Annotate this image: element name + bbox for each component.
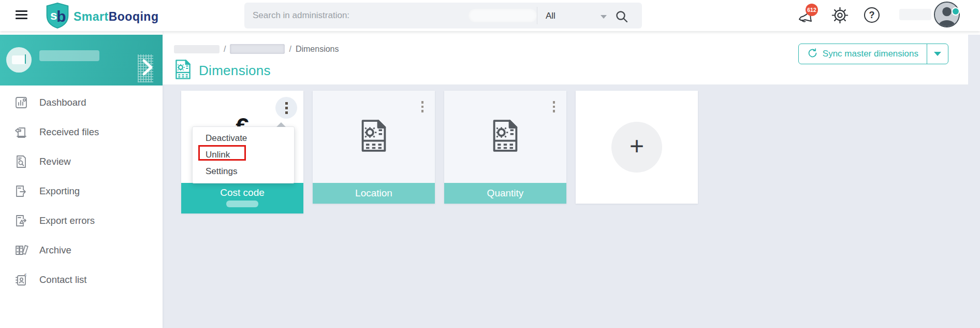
- add-circle[interactable]: +: [611, 122, 662, 173]
- card-context-menu: Deactivate Unlink Settings: [192, 126, 295, 183]
- card-menu-button[interactable]: [421, 101, 424, 112]
- received-files-icon: [13, 124, 29, 140]
- dimensions-document-icon: [174, 60, 192, 81]
- redacted-username: [899, 9, 931, 20]
- card-footer: Location: [313, 183, 435, 204]
- menu-item-settings[interactable]: Settings: [193, 163, 294, 180]
- exporting-icon: [13, 183, 29, 199]
- online-status-dot: [952, 7, 960, 16]
- plus-icon: +: [630, 134, 644, 159]
- redacted-breadcrumb-segment[interactable]: [230, 44, 285, 54]
- logo-wordmark: SmartBooqing: [74, 10, 158, 24]
- archive-icon: [13, 243, 29, 258]
- content-background: / / Dimensions: [163, 35, 980, 328]
- divider: [537, 7, 537, 24]
- card-label: Quantity: [487, 188, 524, 199]
- dashboard-icon: [13, 95, 29, 110]
- card-footer: Cost code: [181, 183, 303, 213]
- app-screen: s b SmartBooqing All 612: [0, 0, 980, 328]
- page-title: Dimensions: [199, 63, 271, 79]
- shield-logo-icon: s b: [45, 2, 70, 31]
- chevron-down-icon[interactable]: [601, 15, 607, 19]
- sync-options-dropdown[interactable]: [927, 44, 948, 64]
- redacted-logo: [12, 55, 26, 64]
- sidebar-item-received-files[interactable]: Received files: [0, 117, 163, 147]
- redacted-card-subtext: [226, 201, 258, 207]
- search-input[interactable]: [253, 3, 460, 28]
- redacted-breadcrumb-segment[interactable]: [174, 45, 220, 53]
- caret-down-icon: [934, 52, 941, 56]
- contact-list-icon: €: [13, 272, 29, 288]
- sync-icon: [807, 48, 818, 61]
- sidebar-item-review[interactable]: Review: [0, 147, 163, 176]
- expand-chevron-icon[interactable]: [141, 55, 154, 81]
- sidebar-item-dashboard[interactable]: Dashboard: [0, 88, 163, 117]
- review-icon: [13, 154, 29, 169]
- sidebar: Dashboard Received files: [0, 31, 163, 328]
- breadcrumb-current: Dimensions: [296, 45, 339, 54]
- dimension-card-quantity[interactable]: Quantity: [444, 91, 566, 204]
- card-label: Location: [355, 188, 392, 199]
- menu-notch: [276, 122, 286, 127]
- svg-text:€: €: [24, 273, 27, 277]
- dimension-card-cost-code[interactable]: € Deactivate Unlink Settings: [181, 91, 303, 213]
- svg-text:b: b: [56, 8, 66, 25]
- admin-search-bar: All: [244, 3, 642, 28]
- card-label: Cost code: [220, 187, 265, 198]
- dimension-document-icon: [360, 120, 387, 154]
- redacted-search-text: [469, 9, 537, 22]
- main-area: / / Dimensions: [163, 31, 980, 328]
- card-footer: Quantity: [444, 183, 566, 204]
- menu-item-unlink[interactable]: Unlink: [193, 147, 294, 163]
- dimension-card-location[interactable]: Location: [313, 91, 435, 204]
- title-row: Dimensions: [174, 60, 271, 81]
- sidebar-menu: Dashboard Received files: [0, 85, 163, 294]
- dimensions-card-grid: € Deactivate Unlink Settings: [163, 84, 980, 213]
- settings-gear-icon[interactable]: [831, 7, 849, 26]
- sync-master-dimensions-button[interactable]: Sync master dimensions: [798, 44, 948, 64]
- topbar: s b SmartBooqing All 612: [0, 0, 980, 31]
- search-icon[interactable]: [615, 10, 628, 25]
- sidebar-item-contact-list[interactable]: € Contact list: [0, 265, 163, 294]
- card-menu-button[interactable]: [553, 101, 555, 112]
- notification-count-badge: 612: [806, 4, 818, 16]
- sidebar-item-archive[interactable]: Archive: [0, 235, 163, 265]
- hamburger-menu-icon[interactable]: [16, 10, 27, 19]
- card-menu-button[interactable]: [275, 97, 297, 119]
- organization-avatar: [6, 47, 32, 73]
- menu-item-deactivate[interactable]: Deactivate: [193, 130, 294, 147]
- export-errors-icon: [13, 213, 29, 229]
- add-dimension-card[interactable]: +: [576, 91, 698, 204]
- dimension-document-icon: [492, 120, 519, 154]
- redacted-organization-name: [39, 50, 99, 61]
- page-header: / / Dimensions: [163, 35, 968, 84]
- sidebar-item-exporting[interactable]: Exporting: [0, 176, 163, 206]
- help-icon[interactable]: ?: [864, 7, 880, 23]
- search-scope-dropdown[interactable]: All: [546, 11, 555, 21]
- sidebar-item-export-errors[interactable]: Export errors: [0, 206, 163, 235]
- app-logo[interactable]: s b SmartBooqing: [45, 2, 158, 31]
- breadcrumb: / / Dimensions: [174, 44, 339, 54]
- organization-panel[interactable]: [0, 35, 163, 85]
